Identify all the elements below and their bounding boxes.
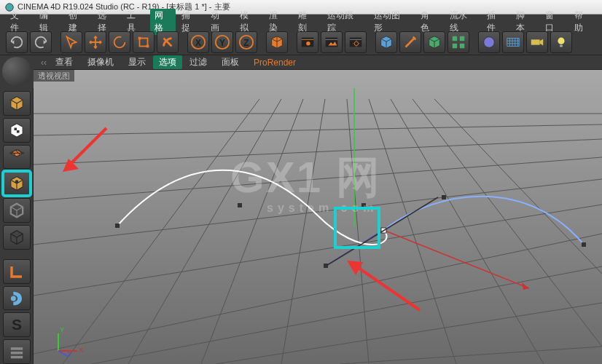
viewport-collapse-icon[interactable]: ‹‹ [39,58,48,68]
svg-rect-31 [10,356,22,359]
main-toolbar: X Y Z [0,29,602,55]
svg-line-38 [34,234,602,354]
svg-text:S: S [11,316,21,333]
svg-rect-20 [460,43,464,47]
svg-line-43 [128,99,281,364]
spline-segment-right [383,197,584,245]
svg-rect-19 [453,43,457,47]
scale-button[interactable] [133,31,155,53]
svg-line-41 [340,347,602,364]
axis-mode-button[interactable] [3,259,31,284]
svg-point-26 [15,181,18,184]
svg-rect-22 [531,39,540,44]
svg-point-23 [558,37,564,44]
svg-marker-53 [522,282,529,290]
axis-x-button[interactable]: X [187,31,209,53]
object-mode-button[interactable] [3,171,31,196]
spline-pen-button[interactable] [399,31,421,53]
primitive-cube-button[interactable] [266,31,288,53]
svg-text:Z: Z [243,37,249,47]
svg-line-40 [216,303,602,364]
perspective-viewport[interactable]: GX1 网 system.com Y X Z [34,70,602,364]
svg-text:Z: Z [67,351,71,357]
svg-line-42 [63,99,259,364]
svg-line-33 [34,124,602,135]
svg-line-46 [347,99,369,364]
svg-text:Y: Y [60,326,64,333]
svg-rect-55 [115,223,120,228]
last-tool-button[interactable] [157,31,179,53]
move-button[interactable] [85,31,106,53]
view-menu-filter[interactable]: 过滤 [182,55,214,70]
snap-button[interactable]: S [3,312,31,337]
axis-y-button[interactable]: Y [211,31,233,53]
svg-rect-4 [146,44,149,47]
make-editable-button[interactable] [3,91,31,116]
svg-text:X: X [195,37,201,47]
svg-rect-17 [453,36,457,40]
view-menu-panel[interactable]: 面板 [214,55,246,70]
deformer-button[interactable] [478,31,500,53]
viewport-label: 透视视图 [34,70,74,82]
view-menu-view[interactable]: 查看 [48,55,80,70]
svg-point-12 [306,41,310,46]
svg-point-1 [114,36,125,47]
navigation-sphere-icon[interactable] [2,57,31,86]
render-view-button[interactable] [297,31,318,53]
render-picture-button[interactable] [321,31,343,53]
viewport-grid [34,70,602,364]
rotate-button[interactable] [109,31,130,53]
menu-help[interactable]: 帮助 [568,8,598,36]
render-settings-button[interactable] [345,31,367,53]
svg-rect-58 [361,203,366,207]
point-mode-button[interactable] [3,198,31,223]
live-select-button[interactable] [60,31,82,53]
svg-line-52 [383,230,529,288]
axis-z-button[interactable]: Z [235,31,257,53]
redo-button[interactable] [30,31,52,53]
axis-gizmo: Y X Z [52,325,85,357]
svg-rect-60 [442,195,446,199]
svg-line-35 [34,157,602,201]
menu-bar: 文件 编辑 创建 选择 工具 网格 捕捉 动画 模拟 渲染 雕刻 运动跟踪 运动… [0,15,602,29]
view-menu-display[interactable]: 显示 [121,55,153,70]
view-menu-camera[interactable]: 摄像机 [80,55,121,70]
svg-line-62 [325,197,438,266]
light-button[interactable] [550,31,572,53]
undo-button[interactable] [6,31,28,53]
array-button[interactable] [447,31,469,53]
left-header [0,55,34,88]
left-toolbar: S [0,88,34,364]
svg-rect-61 [582,242,586,247]
svg-point-27 [10,296,15,301]
svg-line-49 [413,99,602,347]
svg-rect-56 [238,203,242,207]
svg-rect-3 [138,36,141,39]
svg-rect-24 [14,127,17,130]
generator-button[interactable] [423,31,445,53]
cube-blue-button[interactable] [375,31,397,53]
spline-segment-left [117,170,386,245]
texture-mode-button[interactable] [3,145,31,170]
viewport-solo-button[interactable] [3,286,31,311]
view-menu-prorender[interactable]: ProRender [246,56,303,69]
svg-text:Y: Y [219,37,225,47]
svg-point-21 [484,36,495,47]
camera-button[interactable] [526,31,548,53]
environment-button[interactable] [502,31,524,53]
svg-text:X: X [79,347,83,354]
edge-mode-button[interactable] [3,225,31,250]
model-mode-button[interactable] [3,118,31,143]
svg-line-37 [34,205,602,296]
view-menu-options[interactable]: 选项 [153,55,182,69]
viewport-menubar: ‹‹ 查看 摄像机 显示 选项 过滤 面板 ProRender [34,55,602,70]
svg-rect-25 [17,130,20,133]
svg-rect-29 [10,347,22,350]
svg-rect-30 [10,352,22,355]
svg-rect-18 [460,36,464,40]
workplane-button[interactable] [3,339,31,364]
